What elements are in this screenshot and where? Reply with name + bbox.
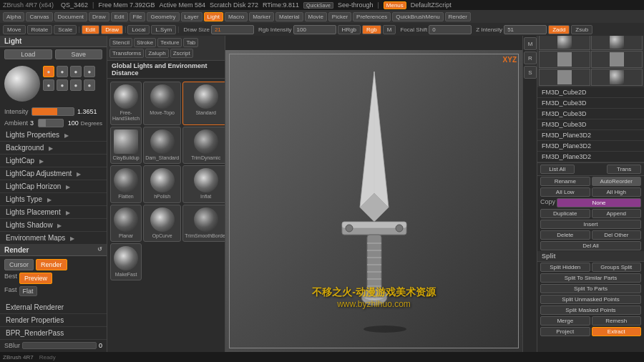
split-unmasked-btn[interactable]: Split Unmasked Points (540, 295, 641, 304)
nav-render-properties[interactable]: Render Properties (0, 314, 107, 327)
menu-preferences[interactable]: Preferences (353, 12, 391, 21)
insert-btn[interactable]: Insert (540, 220, 641, 229)
menu-render[interactable]: Render (445, 12, 471, 21)
split-masked-btn[interactable]: Split Masked Points (540, 305, 641, 315)
tab-btn[interactable]: Tab (183, 38, 198, 47)
project-btn[interactable]: Project (540, 327, 590, 336)
nav-lightcap[interactable]: LightCap ▶ (0, 155, 107, 167)
rename-btn[interactable]: Rename (540, 177, 590, 186)
list-all-btn[interactable]: List All (540, 165, 575, 174)
zscript-btn[interactable]: Zscript (170, 49, 193, 58)
del-other-btn[interactable]: Del Other (592, 230, 642, 240)
brush-flatten[interactable]: Flatten (110, 165, 142, 202)
extract-btn[interactable]: Extract (592, 327, 642, 336)
split-hidden-btn[interactable]: Split Hidden (540, 263, 590, 272)
brush-trimdynamic[interactable]: TrimDynamic (182, 127, 225, 164)
menu-draw[interactable]: Draw (89, 12, 109, 21)
split-parts-btn[interactable]: Split To Parts (540, 284, 641, 293)
rp-fm3d-cube3d-2[interactable]: FM3D_Cube3D (537, 109, 644, 119)
nav-environment-maps[interactable]: Environment Maps ▶ (0, 232, 107, 245)
nav-scale-btn[interactable]: S (524, 66, 537, 79)
light-icon-1[interactable]: ● (43, 66, 54, 77)
main-viewport[interactable]: XYZ (225, 50, 522, 352)
menu-movie[interactable]: Movie (305, 12, 327, 21)
z-intensity-slider[interactable]: 51 (504, 25, 547, 34)
texture-btn[interactable]: Texture (157, 38, 182, 47)
rp-fm3d-cube3d-3[interactable]: FM3D_Cube3D (537, 119, 644, 130)
brush-inflat[interactable]: Inflat (182, 165, 225, 202)
brush-trimsmooth[interactable]: TrimSmoothBorder (182, 205, 225, 242)
rp-fm3d-cube3d-1[interactable]: FM3D_Cube3D (537, 98, 644, 109)
menu-file[interactable]: File (130, 12, 146, 21)
local-btn[interactable]: Local (127, 25, 150, 34)
sym-btn[interactable]: L.Sym (151, 25, 176, 34)
render-section-title[interactable]: Render ↺ (0, 245, 107, 256)
draw-btn[interactable]: Draw (101, 25, 123, 34)
tool-thumb-6[interactable] (591, 51, 643, 68)
nav-lights-properties[interactable]: Lights Properties ▶ (0, 129, 107, 142)
render-action-btn[interactable]: Render (36, 259, 67, 270)
stroke-btn[interactable]: Stroke (134, 38, 156, 47)
save-btn[interactable]: Save (55, 49, 103, 59)
light-icon-7[interactable]: ● (70, 79, 82, 91)
flat-btn[interactable]: Flat (19, 286, 37, 296)
brush-dam-standard[interactable]: Dam_Standard (143, 127, 181, 164)
all-high-btn[interactable]: All High (592, 187, 642, 197)
del-all-btn[interactable]: Del All (540, 241, 641, 250)
brush-freehand[interactable]: Free-HandSketch (110, 82, 142, 125)
focal-shift-slider[interactable]: 0 (429, 25, 472, 34)
menu-material[interactable]: Material (275, 12, 303, 21)
auto-reorder-btn[interactable]: AutoReorder (592, 177, 642, 186)
delete-btn[interactable]: Delete (540, 230, 590, 240)
brush-move-topo[interactable]: Move-Topo (143, 82, 181, 125)
light-icon-5[interactable]: ● (43, 79, 54, 91)
all-low-btn[interactable]: All Low (540, 187, 590, 197)
nav-lights-type[interactable]: Lights Type ▶ (0, 193, 107, 206)
quicksave-btn[interactable]: QuickSave (303, 2, 333, 9)
nav-lights-shadow[interactable]: Lights Shadow ▶ (0, 219, 107, 232)
nav-rotate-btn[interactable]: R (524, 52, 537, 64)
light-icon-6[interactable]: ● (57, 79, 68, 91)
menu-edit[interactable]: Edit (111, 12, 128, 21)
rp-fm3d-plane3d-2[interactable]: FM3D_Plane3D2 (537, 141, 644, 152)
brush-claybuildup[interactable]: ClayBuildup (110, 127, 142, 164)
move-btn[interactable]: Move (3, 25, 26, 34)
light-icon-8[interactable]: ● (84, 79, 95, 91)
split-similar-btn[interactable]: Split To Similar Parts (540, 273, 641, 283)
preview-btn[interactable]: Preview (19, 273, 52, 284)
menu-picker[interactable]: Picker (328, 12, 351, 21)
zaluph-btn[interactable]: Zaluph (145, 49, 168, 58)
nav-background[interactable]: Background ▶ (0, 142, 107, 155)
menu-geometry[interactable]: Geometry (147, 12, 179, 21)
m-btn[interactable]: M (383, 25, 396, 34)
nav-move-btn[interactable]: M (524, 37, 537, 50)
menu-quickbrush[interactable]: QuickBrushMenu (392, 12, 443, 21)
cursor-render-btn[interactable]: Cursor (4, 259, 34, 270)
rp-fm3d-plane3d-3[interactable]: FM3D_Plane3D2 (537, 152, 644, 162)
light-section-title[interactable]: Light (0, 36, 107, 47)
brush-standard[interactable]: Standard (182, 82, 225, 125)
nav-lights-placement[interactable]: Lights Placement ▶ (0, 206, 107, 219)
see-through-label[interactable]: See-through (338, 1, 374, 9)
brush-opcurve[interactable]: OpCurve (143, 205, 181, 242)
zsub-btn[interactable]: Zsub (571, 25, 592, 34)
rotate-btn[interactable]: Rotate (27, 25, 53, 34)
copy-btn[interactable]: None (557, 198, 641, 207)
stencil-btn[interactable]: Stencil (109, 38, 132, 47)
tool-thumb-8[interactable] (591, 69, 643, 86)
light-icon-3[interactable]: ● (70, 66, 82, 77)
duplicate-btn[interactable]: Duplicate (540, 209, 590, 218)
edit-btn[interactable]: Edit (82, 25, 100, 34)
light-icon-4[interactable]: ● (84, 66, 95, 77)
nav-bpr-renderpass[interactable]: BPR_RenderPass (0, 327, 107, 340)
intensity-slider[interactable] (31, 107, 74, 116)
tool-thumb-7[interactable] (539, 69, 590, 86)
transforms-btn[interactable]: Transforms (109, 49, 144, 58)
load-btn[interactable]: Load (4, 49, 52, 59)
zadd-btn[interactable]: Zadd (548, 25, 570, 34)
sblur-slider[interactable] (22, 342, 97, 349)
rgb-intensity-slider[interactable]: 100 (293, 25, 336, 34)
tool-thumb-5[interactable] (539, 51, 590, 68)
nav-lightcap-horizon[interactable]: LightCap Horizon ▶ (0, 180, 107, 193)
remesh-btn[interactable]: Remesh (592, 316, 642, 326)
